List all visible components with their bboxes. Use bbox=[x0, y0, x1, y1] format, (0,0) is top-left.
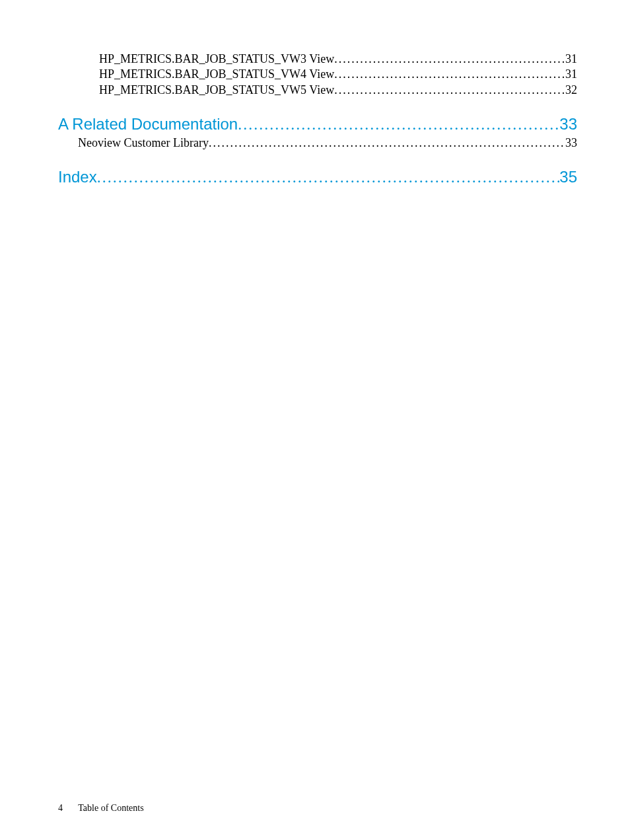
toc-entry[interactable]: HP_METRICS.BAR_JOB_STATUS_VW5 View 32 bbox=[58, 83, 577, 98]
toc-entry-label: HP_METRICS.BAR_JOB_STATUS_VW4 View bbox=[99, 67, 334, 82]
page: HP_METRICS.BAR_JOB_STATUS_VW3 View 31 HP… bbox=[0, 0, 630, 840]
toc-entry[interactable]: HP_METRICS.BAR_JOB_STATUS_VW3 View 31 bbox=[58, 52, 577, 67]
spacer bbox=[58, 151, 577, 167]
toc-entry-label: Neoview Customer Library bbox=[78, 135, 209, 151]
footer-title: Table of Contents bbox=[78, 803, 143, 813]
toc-dots bbox=[334, 83, 565, 98]
toc-entry-label: HP_METRICS.BAR_JOB_STATUS_VW3 View bbox=[99, 52, 334, 67]
toc-section-label: A Related Documentation bbox=[58, 114, 238, 135]
toc-dots bbox=[209, 135, 565, 151]
toc-entry-label: HP_METRICS.BAR_JOB_STATUS_VW5 View bbox=[99, 83, 334, 98]
toc-section-label: Index bbox=[58, 167, 97, 188]
toc-entry-page: 31 bbox=[565, 67, 577, 82]
toc-entry-page: 31 bbox=[565, 52, 577, 67]
footer-page-number: 4 bbox=[58, 803, 63, 813]
toc-section-heading[interactable]: A Related Documentation 33 bbox=[58, 114, 577, 135]
page-footer: 4 Table of Contents bbox=[58, 803, 144, 814]
toc-entry-page: 32 bbox=[565, 83, 577, 98]
toc-entry[interactable]: HP_METRICS.BAR_JOB_STATUS_VW4 View 31 bbox=[58, 67, 577, 82]
toc-section-page: 33 bbox=[559, 114, 577, 135]
toc-dots bbox=[334, 67, 565, 82]
spacer bbox=[58, 98, 577, 114]
toc-dots bbox=[334, 52, 565, 67]
toc-dots bbox=[97, 167, 560, 188]
toc-dots bbox=[238, 114, 559, 135]
toc-entry[interactable]: Neoview Customer Library 33 bbox=[58, 135, 577, 151]
toc-section-page: 35 bbox=[559, 167, 577, 188]
toc-entry-page: 33 bbox=[565, 135, 577, 151]
toc-section-heading[interactable]: Index 35 bbox=[58, 167, 577, 188]
